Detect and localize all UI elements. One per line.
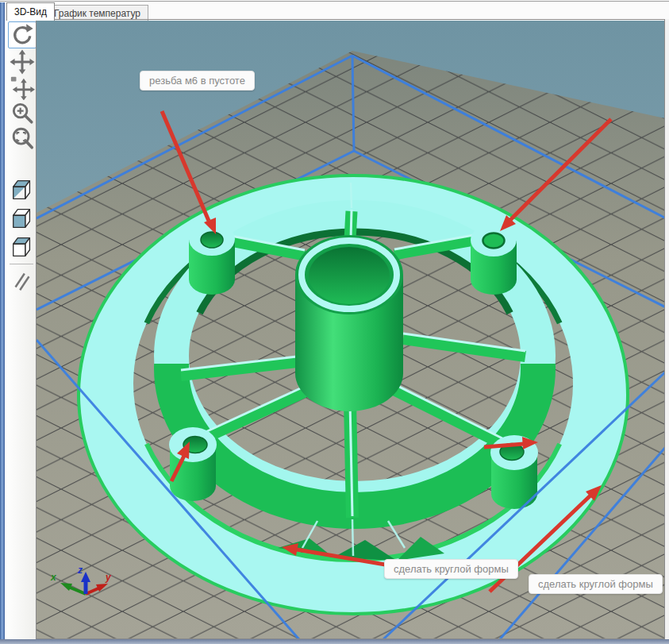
tab-3d-view[interactable]: 3D-Вид [6,2,55,21]
note-thread-m6: резьба м6 в пустоте [140,71,255,91]
rotate-tool-button[interactable] [8,21,37,48]
model-boss-bottom-left [169,427,217,501]
axis-x-label: x [50,572,57,583]
window-right-margin [665,19,669,639]
move-object-tool-button[interactable] [8,74,37,101]
toolbar-divider [10,264,33,264]
isometric-cube-icon [10,177,35,202]
tab-temperature-graph[interactable]: График температур [46,5,148,21]
front-cube-icon [10,206,35,231]
3d-viewport[interactable]: x y z [37,21,665,639]
view-toolbar [5,20,36,639]
zoom-in-tool-button[interactable] [8,99,37,126]
zoom-fit-tool-button[interactable] [8,125,37,152]
axis-z-label: z [77,565,83,576]
tab-bar: 3D-Вид График температур [5,2,669,20]
isometric-view-button[interactable] [8,176,37,203]
model-boss-top-right [471,223,517,295]
window-bottom-border [0,639,669,644]
top-cube-icon [10,234,35,260]
model-boss-top-left [189,222,235,295]
model-wheel[interactable] [79,175,628,614]
model-center-hub [295,235,403,411]
note-make-round-2: сделать круглой формы [529,574,663,594]
parallel-projection-button[interactable] [8,267,37,294]
zoom-in-icon [10,100,35,125]
top-view-button[interactable] [8,233,37,260]
rotate-icon [10,22,35,48]
front-view-button[interactable] [8,205,37,232]
parallel-lines-icon [10,268,35,293]
move-icon [10,49,35,75]
zoom-fit-icon [10,125,35,151]
axis-y-label: y [105,572,112,583]
move-viewport-tool-button[interactable] [8,48,37,75]
move-object-icon [10,75,35,100]
slicer-3d-view-window: { "tabs": [ {"label": "3D-Вид", "active"… [0,0,669,644]
note-make-round-1: сделать круглой формы [384,559,518,579]
